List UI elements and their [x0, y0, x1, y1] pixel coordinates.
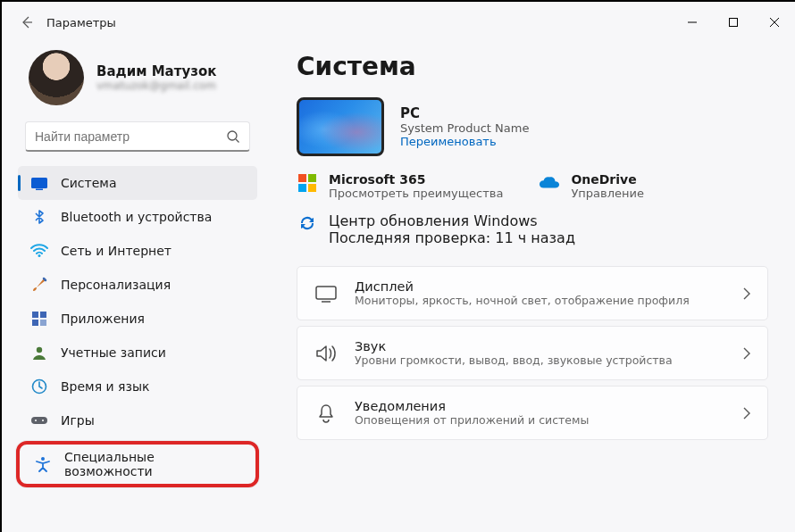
- pc-thumbnail: [297, 97, 384, 156]
- profile-block[interactable]: Вадим Матузок vmatuzok@gmail.com: [2, 45, 270, 121]
- sidebar-item-label: Система: [61, 176, 116, 190]
- sidebar-item-label: Bluetooth и устройства: [61, 210, 212, 224]
- sidebar-item-system[interactable]: Система: [18, 166, 257, 200]
- row-title: Уведомления: [355, 399, 589, 413]
- sidebar-item-label: Персонализация: [61, 278, 171, 292]
- svg-point-14: [41, 457, 45, 461]
- maximize-button[interactable]: [713, 7, 754, 37]
- page-title: Система: [297, 52, 768, 81]
- sidebar-item-label: Сеть и Интернет: [61, 244, 172, 258]
- search-box[interactable]: [25, 121, 250, 152]
- sidebar-item-network[interactable]: Сеть и Интернет: [18, 234, 257, 268]
- row-title: Звук: [355, 339, 673, 353]
- display-icon: [314, 281, 339, 306]
- sidebar-item-personalization[interactable]: Персонализация: [18, 268, 257, 302]
- minimize-button[interactable]: [672, 7, 713, 37]
- tile-sub: Просмотреть преимущества: [329, 187, 503, 200]
- settings-row-sound[interactable]: Звук Уровни громкости, вывод, ввод, звук…: [297, 326, 768, 380]
- gamepad-icon: [30, 411, 48, 429]
- sidebar-item-label: Приложения: [61, 312, 145, 326]
- sidebar-item-label: Учетные записи: [61, 345, 166, 360]
- sidebar-item-bluetooth[interactable]: Bluetooth и устройства: [18, 200, 257, 234]
- title-bar: Параметры: [2, 2, 795, 43]
- svg-point-13: [42, 420, 44, 421]
- search-icon: [226, 129, 240, 144]
- nav-list: Система Bluetooth и устройства Сеть и Ин…: [2, 166, 270, 437]
- svg-rect-7: [32, 320, 38, 326]
- bluetooth-icon: [30, 208, 48, 226]
- svg-point-4: [38, 254, 41, 257]
- user-name: Вадим Матузок: [96, 63, 216, 79]
- pc-name: PC: [400, 105, 529, 121]
- settings-row-notifications[interactable]: Уведомления Оповещения от приложений и с…: [297, 386, 768, 440]
- svg-rect-16: [308, 174, 316, 182]
- sidebar-item-label: Время и язык: [61, 379, 149, 394]
- svg-rect-5: [32, 312, 38, 318]
- svg-point-1: [228, 131, 237, 140]
- svg-rect-8: [40, 320, 46, 326]
- row-title: Дисплей: [355, 279, 690, 294]
- user-email: vmatuzok@gmail.com: [96, 79, 216, 92]
- wifi-icon: [30, 242, 48, 260]
- svg-rect-19: [316, 287, 336, 299]
- row-sub: Мониторы, яркость, ночной свет, отображе…: [355, 294, 690, 307]
- window-title: Параметры: [43, 16, 116, 29]
- tile-sub: Управление: [571, 187, 644, 200]
- sidebar-item-accounts[interactable]: Учетные записи: [18, 336, 257, 370]
- sound-icon: [314, 341, 339, 366]
- svg-rect-0: [730, 19, 738, 27]
- sidebar-item-time-language[interactable]: Время и язык: [18, 370, 257, 403]
- person-icon: [30, 344, 48, 362]
- row-sub: Уровни громкости, вывод, ввод, звуковые …: [355, 353, 673, 367]
- avatar: [29, 50, 84, 105]
- svg-point-9: [37, 347, 42, 353]
- brush-icon: [30, 276, 48, 294]
- pc-product: System Product Name: [400, 121, 529, 135]
- rename-link[interactable]: Переименовать: [400, 135, 529, 148]
- sidebar-item-apps[interactable]: Приложения: [18, 302, 257, 336]
- update-icon: [297, 212, 318, 234]
- sidebar: Вадим Матузок vmatuzok@gmail.com Система…: [2, 43, 270, 532]
- tile-title: Центр обновления Windows: [329, 212, 575, 229]
- annotation-highlight: Специальные возможности: [16, 441, 259, 487]
- tile-onedrive[interactable]: OneDrive Управление: [539, 172, 717, 200]
- system-icon: [30, 174, 48, 192]
- svg-rect-2: [31, 178, 47, 188]
- tile-title: Microsoft 365: [329, 172, 503, 187]
- row-sub: Оповещения от приложений и системы: [355, 413, 589, 427]
- chevron-right-icon: [742, 407, 751, 420]
- settings-row-display[interactable]: Дисплей Мониторы, яркость, ночной свет, …: [297, 266, 768, 320]
- sidebar-item-label: Игры: [61, 413, 95, 428]
- search-input[interactable]: [35, 129, 222, 144]
- tile-microsoft365[interactable]: Microsoft 365 Просмотреть преимущества: [297, 172, 503, 200]
- window-controls: [672, 7, 795, 37]
- bell-icon: [314, 401, 339, 426]
- back-button[interactable]: [11, 6, 43, 38]
- tile-title: OneDrive: [571, 172, 644, 187]
- chevron-right-icon: [742, 347, 751, 360]
- tile-windows-update[interactable]: Центр обновления Windows Последняя прове…: [297, 212, 768, 246]
- apps-icon: [30, 310, 48, 328]
- svg-rect-11: [31, 417, 47, 424]
- svg-rect-17: [298, 184, 306, 192]
- sidebar-item-accessibility[interactable]: Специальные возможности: [21, 447, 254, 481]
- tile-sub: Последняя проверка: 11 ч назад: [329, 229, 575, 246]
- status-tiles: Microsoft 365 Просмотреть преимущества O…: [297, 172, 768, 200]
- sidebar-item-gaming[interactable]: Игры: [18, 403, 257, 437]
- onedrive-icon: [539, 172, 560, 194]
- globe-clock-icon: [30, 378, 48, 395]
- svg-rect-15: [298, 174, 306, 182]
- svg-rect-18: [308, 184, 316, 192]
- svg-rect-3: [36, 189, 43, 191]
- chevron-right-icon: [742, 287, 751, 300]
- svg-point-12: [35, 420, 37, 421]
- pc-block: PC System Product Name Переименовать: [297, 97, 768, 156]
- microsoft-icon: [297, 172, 318, 194]
- close-button[interactable]: [754, 7, 795, 37]
- svg-rect-6: [40, 312, 46, 318]
- main-panel: Система PC System Product Name Переимено…: [270, 43, 795, 532]
- accessibility-icon: [34, 455, 52, 473]
- sidebar-item-label: Специальные возможности: [64, 450, 245, 478]
